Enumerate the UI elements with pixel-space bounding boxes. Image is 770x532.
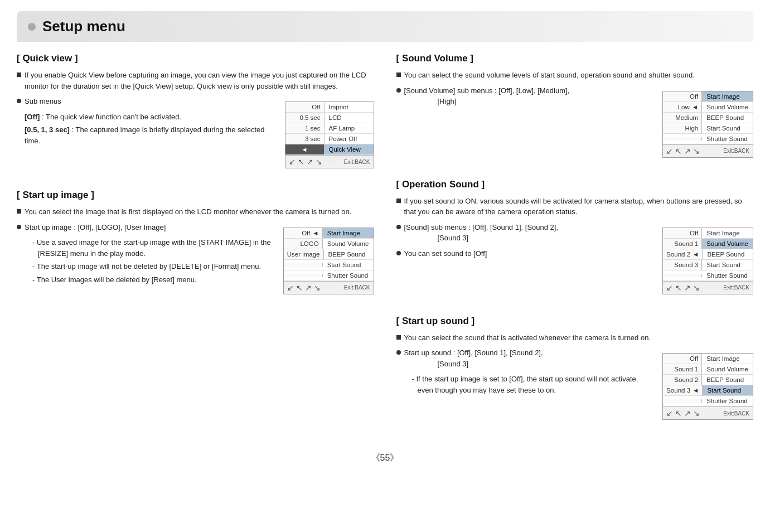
nav-icon: ↘	[693, 283, 700, 292]
nav-icon: ↙	[666, 147, 673, 156]
menu-footer-text: Exit:BACK	[723, 284, 749, 291]
sound-volume-panel: Off Start Image Low◄ Sound Volume Medium…	[662, 91, 753, 158]
bullet-icon	[396, 72, 401, 77]
menu-row: 0.5 sec LCD	[285, 113, 374, 123]
startup-sound-bullet1: You can select the sound that is activat…	[396, 332, 754, 344]
menu-row: 1 sec AF Lamp	[285, 123, 374, 134]
startup-sound-body: Start up sound : [Off], [Sound 1], [Soun…	[396, 347, 754, 425]
nav-icon: ↙	[287, 283, 294, 292]
nav-icon: ↘	[314, 283, 321, 292]
nav-icon: ↙	[289, 157, 296, 166]
menu-footer-text: Exit:BACK	[344, 284, 370, 291]
startup-image-panel-container: Off◄ Start Image LOGO Sound Volume User …	[283, 228, 374, 294]
menu-row: Low◄ Sound Volume	[663, 102, 753, 113]
startup-image-section: [ Start up image ] You can select the im…	[17, 190, 374, 300]
nav-icon: ↖	[675, 409, 682, 418]
left-column: [ Quick view ] If you enable Quick View …	[17, 53, 374, 441]
nav-icon: ↖	[675, 283, 682, 292]
menu-footer: ↙ ↖ ↗ ↘ Exit:BACK	[663, 144, 753, 157]
menu-row: Sound 3◄ Start Sound	[663, 385, 753, 396]
menu-row: Off◄ Start Image	[284, 228, 374, 239]
quick-view-text: Sub menus [Off] : The quick view functio…	[17, 96, 276, 148]
nav-icon: ↙	[666, 409, 673, 418]
startup-image-text: Start up image : [Off], [LOGO], [User Im…	[17, 222, 274, 288]
menu-row: Shutter Sound	[663, 270, 753, 281]
nav-icons: ↙ ↖ ↗ ↘	[287, 283, 321, 292]
bullet-icon	[396, 335, 401, 340]
operation-sound-bullet1: If you set sound to ON, various sounds w…	[396, 196, 754, 217]
menu-row: Off Start Image	[663, 91, 753, 102]
nav-icon: ↗	[305, 283, 312, 292]
startup-sound-title: [ Start up sound ]	[396, 316, 754, 327]
menu-footer: ↙ ↖ ↗ ↘ Exit:BACK	[663, 281, 753, 294]
nav-icons: ↙ ↖ ↗ ↘	[666, 283, 700, 292]
bullet-round-icon	[396, 350, 401, 355]
nav-icon: ↘	[693, 409, 700, 418]
nav-icon: ↗	[684, 147, 691, 156]
menu-row: 3 sec Power Off	[285, 134, 374, 144]
nav-icons: ↙ ↖ ↗ ↘	[289, 157, 322, 166]
quick-view-title: [ Quick view ]	[17, 53, 374, 64]
sound-volume-panel-container: Off Start Image Low◄ Sound Volume Medium…	[662, 91, 753, 158]
startup-sound-panel: Off Start Image Sound 1 Sound Volume Sou…	[662, 353, 753, 420]
menu-row: Sound 2◄ BEEP Sound	[663, 249, 753, 260]
menu-row: Sound 2 BEEP Sound	[663, 375, 753, 385]
menu-row: High Start Sound	[663, 123, 753, 134]
menu-row: Off Start Image	[663, 354, 753, 364]
quick-view-time: [0.5, 1, 3 sec] : The captured image is …	[25, 124, 276, 146]
header-dot-icon	[28, 23, 36, 31]
startup-sound-section: [ Start up sound ] You can select the so…	[396, 316, 754, 426]
operation-sound-body: [Sound] sub menus : [Off], [Sound 1], [S…	[396, 222, 754, 300]
operation-sound-bullet3: You can set sound to [Off]	[396, 248, 654, 259]
quick-view-sub-label: Sub menus	[17, 96, 276, 107]
main-content: [ Quick view ] If you enable Quick View …	[17, 53, 753, 441]
right-column: [ Sound Volume ] You can select the soun…	[396, 53, 754, 441]
startup-sound-text: Start up sound : [Off], [Sound 1], [Soun…	[396, 347, 654, 398]
startup-sound-panel-container: Off Start Image Sound 1 Sound Volume Sou…	[662, 353, 753, 420]
nav-icons: ↙ ↖ ↗ ↘	[666, 409, 700, 418]
sound-volume-text: [Sound Volume] sub menus : [Off], [Low],…	[396, 85, 654, 112]
operation-sound-bullet2: [Sound] sub menus : [Off], [Sound 1], [S…	[396, 222, 654, 244]
nav-icon: ↖	[298, 157, 304, 166]
menu-footer-text: Exit:BACK	[344, 159, 370, 165]
sound-volume-bullet2: [Sound Volume] sub menus : [Off], [Low],…	[396, 85, 654, 107]
startup-image-title: [ Start up image ]	[17, 190, 374, 201]
menu-footer: ↙ ↖ ↗ ↘ Exit:BACK	[284, 281, 374, 294]
bullet-round-icon	[396, 251, 401, 255]
quick-view-off: [Off] : The quick view function can't be…	[25, 112, 276, 123]
startup-dash3: - The User images will be deleted by [Re…	[32, 274, 274, 286]
page-number: 《55》	[17, 452, 753, 464]
menu-footer-text: Exit:BACK	[723, 148, 749, 154]
bullet-icon	[17, 72, 21, 77]
nav-icon: ↗	[684, 283, 691, 292]
sound-volume-section: [ Sound Volume ] You can select the soun…	[396, 53, 754, 163]
bullet-round-icon	[17, 225, 21, 229]
page-title: Setup menu	[42, 18, 125, 35]
menu-footer: ↙ ↖ ↗ ↘ Exit:BACK	[663, 407, 753, 419]
startup-image-bullet1: You can select the image that is first d…	[17, 206, 374, 217]
bullet-round-icon	[396, 88, 401, 93]
menu-row: Off Start Image	[663, 228, 753, 239]
sound-volume-bullet1: You can select the sound volume levels o…	[396, 70, 754, 81]
bullet-icon	[396, 199, 401, 203]
quick-view-panel: Off Imprint 0.5 sec LCD 1 sec AF Lamp	[285, 101, 374, 168]
startup-dash2: - The start-up image will not be deleted…	[32, 261, 274, 272]
menu-footer: ↙ ↖ ↗ ↘ Exit:BACK	[285, 155, 374, 168]
nav-icon: ↗	[307, 157, 313, 166]
menu-row: ◄ Quick View	[285, 144, 374, 155]
operation-sound-section: [ Operation Sound ] If you set sound to …	[396, 179, 754, 300]
startup-sound-dash1: - If the start up image is set to [Off],…	[412, 374, 654, 395]
menu-row: Shutter Sound	[663, 134, 753, 144]
nav-icons: ↙ ↖ ↗ ↘	[666, 147, 700, 156]
menu-row: LOGO Sound Volume	[284, 239, 374, 249]
menu-row: User image BEEP Sound	[284, 249, 374, 260]
startup-image-bullet2: Start up image : [Off], [LOGO], [User Im…	[17, 222, 274, 233]
bullet-round-icon	[396, 225, 401, 229]
startup-image-panel: Off◄ Start Image LOGO Sound Volume User …	[283, 228, 374, 294]
page-header: Setup menu	[17, 11, 753, 42]
menu-row: Shutter Sound	[284, 270, 374, 281]
menu-row: Shutter Sound	[663, 396, 753, 407]
sound-volume-title: [ Sound Volume ]	[396, 53, 754, 64]
menu-row: Medium BEEP Sound	[663, 113, 753, 123]
operation-sound-text: [Sound] sub menus : [Off], [Sound 1], [S…	[396, 222, 654, 264]
